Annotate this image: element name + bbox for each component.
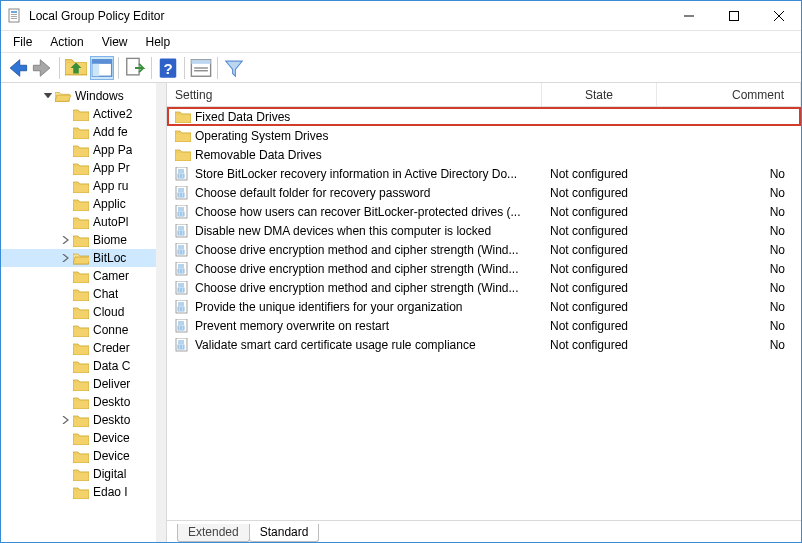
tree-node[interactable]: Device	[1, 447, 166, 465]
list-row-policy[interactable]: Choose drive encryption method and ciphe…	[167, 278, 801, 297]
maximize-button[interactable]	[711, 1, 756, 30]
tab-standard[interactable]: Standard	[249, 524, 320, 542]
tree-node[interactable]: Deliver	[1, 375, 166, 393]
list-row-policy[interactable]: Choose default folder for recovery passw…	[167, 183, 801, 202]
tree-node[interactable]: AutoPl	[1, 213, 166, 231]
chevron-down-icon[interactable]	[41, 89, 55, 103]
list-row-policy[interactable]: Disable new DMA devices when this comput…	[167, 221, 801, 240]
tree-twist-empty	[59, 395, 73, 409]
tree-twist-empty	[59, 269, 73, 283]
tree-node[interactable]: Camer	[1, 267, 166, 285]
tree-node[interactable]: App Pr	[1, 159, 166, 177]
forward-button[interactable]	[31, 56, 55, 80]
svg-rect-6	[9, 9, 19, 22]
list-cell-setting: Removable Data Drives	[195, 148, 322, 162]
filter-button[interactable]	[222, 56, 246, 80]
up-folder-button[interactable]	[64, 56, 88, 80]
list-cell-comment: No	[657, 243, 801, 257]
tree-twist-empty	[59, 197, 73, 211]
menu-action[interactable]: Action	[42, 33, 91, 51]
tree-twist-empty	[59, 431, 73, 445]
tree-node[interactable]: Active2	[1, 105, 166, 123]
list-row-policy[interactable]: Provide the unique identifiers for your …	[167, 297, 801, 316]
tree-twist-empty	[59, 215, 73, 229]
list-cell-setting: Choose drive encryption method and ciphe…	[195, 262, 519, 276]
tree-node[interactable]: Chat	[1, 285, 166, 303]
toolbar-separator	[118, 57, 119, 79]
header-setting[interactable]: Setting	[167, 83, 542, 106]
tree-node[interactable]: Biome	[1, 231, 166, 249]
tree-node[interactable]: Cloud	[1, 303, 166, 321]
close-button[interactable]	[756, 1, 801, 30]
folder-icon	[73, 341, 89, 355]
tree-twist-empty	[59, 287, 73, 301]
tree-node-windows[interactable]: Windows	[1, 87, 166, 105]
policy-icon	[175, 319, 191, 333]
tree-twist-empty	[59, 485, 73, 499]
tree-node[interactable]: Edao I	[1, 483, 166, 501]
export-button[interactable]	[123, 56, 147, 80]
tree-node[interactable]: Conne	[1, 321, 166, 339]
tree-scrollbar[interactable]	[156, 83, 166, 542]
list-row-policy[interactable]: Choose drive encryption method and ciphe…	[167, 259, 801, 278]
list-row-policy[interactable]: Store BitLocker recovery information in …	[167, 164, 801, 183]
chevron-right-icon[interactable]	[59, 251, 73, 265]
toolbar: ?	[1, 53, 801, 83]
folder-icon	[73, 287, 89, 301]
help-button[interactable]: ?	[156, 56, 180, 80]
policy-icon	[175, 262, 191, 276]
tree-label: Cloud	[93, 305, 124, 319]
list-row-policy[interactable]: Choose how users can recover BitLocker-p…	[167, 202, 801, 221]
tree-node[interactable]: Deskto	[1, 411, 166, 429]
show-tree-button[interactable]	[90, 56, 114, 80]
tree-node[interactable]: App ru	[1, 177, 166, 195]
list-cell-comment: No	[657, 300, 801, 314]
menu-view[interactable]: View	[94, 33, 136, 51]
chevron-right-icon[interactable]	[59, 233, 73, 247]
list-row-folder[interactable]: Operating System Drives	[167, 126, 801, 145]
list-row-policy[interactable]: Validate smart card certificate usage ru…	[167, 335, 801, 354]
tree-node[interactable]: Creder	[1, 339, 166, 357]
tree-label: Deliver	[93, 377, 130, 391]
tree-node[interactable]: Deskto	[1, 393, 166, 411]
list-cell-setting: Provide the unique identifiers for your …	[195, 300, 463, 314]
tree-node[interactable]: Digital	[1, 465, 166, 483]
list-row-folder[interactable]: Removable Data Drives	[167, 145, 801, 164]
tree-twist-empty	[59, 179, 73, 193]
folder-icon	[73, 413, 89, 427]
folder-icon	[175, 110, 191, 124]
minimize-button[interactable]	[666, 1, 711, 30]
tree-node[interactable]: Data C	[1, 357, 166, 375]
menu-file[interactable]: File	[5, 33, 40, 51]
policy-icon	[175, 186, 191, 200]
list-cell-setting: Prevent memory overwrite on restart	[195, 319, 389, 333]
folder-icon	[73, 305, 89, 319]
list-cell-setting: Choose drive encryption method and ciphe…	[195, 243, 519, 257]
properties-button[interactable]	[189, 56, 213, 80]
folder-icon	[73, 359, 89, 373]
list-row-policy[interactable]: Prevent memory overwrite on restartNot c…	[167, 316, 801, 335]
list-row-folder[interactable]: Fixed Data Drives	[167, 107, 801, 126]
tree-node[interactable]: Add fe	[1, 123, 166, 141]
list-cell-comment: No	[657, 338, 801, 352]
svg-rect-17	[92, 63, 99, 75]
tree-node[interactable]: Applic	[1, 195, 166, 213]
window-title: Local Group Policy Editor	[29, 9, 666, 23]
tree-node[interactable]: BitLoc	[1, 249, 166, 267]
folder-icon	[73, 179, 89, 193]
tree-node[interactable]: App Pa	[1, 141, 166, 159]
tree-node[interactable]: Device	[1, 429, 166, 447]
tab-extended[interactable]: Extended	[177, 524, 250, 542]
chevron-right-icon[interactable]	[59, 413, 73, 427]
toolbar-separator	[217, 57, 218, 79]
list-cell-state: Not configured	[542, 281, 657, 295]
list-row-policy[interactable]: Choose drive encryption method and ciphe…	[167, 240, 801, 259]
menu-help[interactable]: Help	[138, 33, 179, 51]
back-button[interactable]	[5, 56, 29, 80]
header-comment[interactable]: Comment	[657, 83, 801, 106]
header-state[interactable]: State	[542, 83, 657, 106]
svg-rect-9	[11, 16, 17, 17]
svg-rect-12	[729, 11, 738, 20]
folder-icon	[73, 161, 89, 175]
tree-twist-empty	[59, 323, 73, 337]
